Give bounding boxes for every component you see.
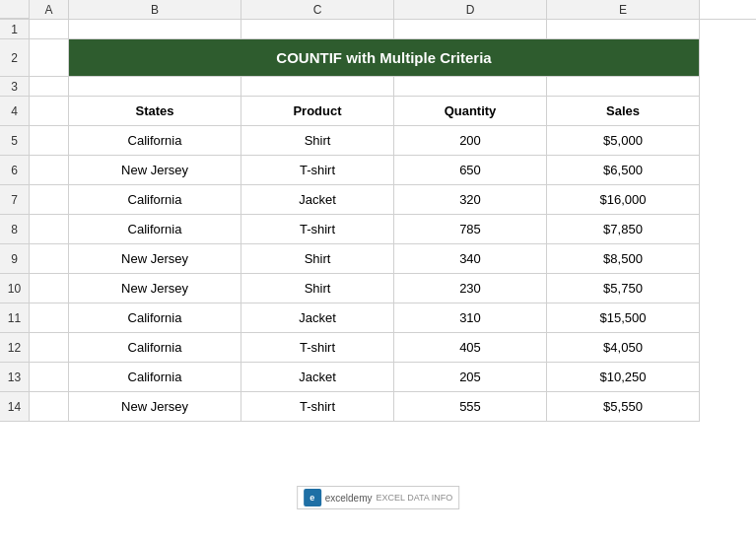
- cell-product-8[interactable]: T-shirt: [241, 215, 394, 244]
- cell-states-9[interactable]: New Jersey: [69, 244, 241, 274]
- col-header-a[interactable]: A: [30, 0, 69, 19]
- cell-sales-14[interactable]: $5,550: [547, 392, 700, 422]
- cell-sales-3[interactable]: [547, 77, 700, 97]
- cell-quantity-10[interactable]: 230: [394, 274, 547, 303]
- corner-cell: [0, 0, 30, 19]
- row-number-1: 1: [0, 20, 30, 39]
- cell-a-9[interactable]: [30, 244, 69, 274]
- table-row: [30, 77, 756, 97]
- row-numbers: 1234567891011121314: [0, 20, 30, 539]
- cell-a-5[interactable]: [30, 126, 69, 156]
- cell-quantity-8[interactable]: 785: [394, 215, 547, 244]
- header-states[interactable]: States: [69, 97, 241, 126]
- cell-a-3[interactable]: [30, 77, 69, 97]
- watermark-text: exceldemy: [325, 493, 373, 504]
- cell-states-1[interactable]: [69, 20, 241, 39]
- cell-a-7[interactable]: [30, 185, 69, 215]
- table-row: New JerseyShirt340$8,500: [30, 244, 756, 274]
- header-product[interactable]: Product: [241, 97, 394, 126]
- col-header-b[interactable]: B: [69, 0, 241, 19]
- cell-states-13[interactable]: California: [69, 363, 241, 392]
- watermark: e exceldemy EXCEL DATA INFO: [297, 486, 460, 509]
- cell-a-1[interactable]: [30, 20, 69, 39]
- row-number-11: 11: [0, 303, 30, 333]
- cell-sales-13[interactable]: $10,250: [547, 363, 700, 392]
- row-number-9: 9: [0, 244, 30, 274]
- cell-a-10[interactable]: [30, 274, 69, 303]
- cell-product-10[interactable]: Shirt: [241, 274, 394, 303]
- cell-a-6[interactable]: [30, 156, 69, 185]
- cell-sales-11[interactable]: $15,500: [547, 303, 700, 333]
- cell-quantity-1[interactable]: [394, 20, 547, 39]
- cell-states-8[interactable]: California: [69, 215, 241, 244]
- cell-sales-8[interactable]: $7,850: [547, 215, 700, 244]
- cell-sales-10[interactable]: $5,750: [547, 274, 700, 303]
- cell-states-12[interactable]: California: [69, 333, 241, 363]
- cell-states-6[interactable]: New Jersey: [69, 156, 241, 185]
- row-number-7: 7: [0, 185, 30, 215]
- cell-a-4[interactable]: [30, 97, 69, 126]
- col-header-e[interactable]: E: [547, 0, 700, 19]
- cell-quantity-13[interactable]: 205: [394, 363, 547, 392]
- grid: 1234567891011121314 COUNTIF with Multipl…: [0, 20, 756, 539]
- cell-product-3[interactable]: [241, 77, 394, 97]
- header-quantity[interactable]: Quantity: [394, 97, 547, 126]
- table-row: New JerseyT-shirt555$5,550: [30, 392, 756, 422]
- title-cell: COUNTIF with Multiple Criteria: [69, 39, 700, 77]
- table-row: CaliforniaJacket310$15,500: [30, 303, 756, 333]
- cell-quantity-12[interactable]: 405: [394, 333, 547, 363]
- cell-product-9[interactable]: Shirt: [241, 244, 394, 274]
- table-row: CaliforniaJacket205$10,250: [30, 363, 756, 392]
- row-number-8: 8: [0, 215, 30, 244]
- cell-states-7[interactable]: California: [69, 185, 241, 215]
- cell-product-1[interactable]: [241, 20, 394, 39]
- cell-product-14[interactable]: T-shirt: [241, 392, 394, 422]
- cell-quantity-11[interactable]: 310: [394, 303, 547, 333]
- cell-states-14[interactable]: New Jersey: [69, 392, 241, 422]
- cell-quantity-3[interactable]: [394, 77, 547, 97]
- table-row: [30, 20, 756, 39]
- cell-a-2[interactable]: [30, 39, 69, 77]
- col-header-d[interactable]: D: [394, 0, 547, 19]
- watermark-logo: e: [304, 489, 321, 506]
- table-row: CaliforniaT-shirt405$4,050: [30, 333, 756, 363]
- column-headers: A B C D E: [0, 0, 756, 20]
- col-header-c[interactable]: C: [241, 0, 394, 19]
- cell-states-11[interactable]: California: [69, 303, 241, 333]
- spreadsheet: A B C D E 1234567891011121314 COUNTIF wi…: [0, 0, 756, 539]
- row-number-10: 10: [0, 274, 30, 303]
- cell-a-14[interactable]: [30, 392, 69, 422]
- cell-quantity-5[interactable]: 200: [394, 126, 547, 156]
- cell-a-11[interactable]: [30, 303, 69, 333]
- row-number-13: 13: [0, 363, 30, 392]
- cell-sales-7[interactable]: $16,000: [547, 185, 700, 215]
- cell-quantity-9[interactable]: 340: [394, 244, 547, 274]
- cell-states-10[interactable]: New Jersey: [69, 274, 241, 303]
- cell-product-6[interactable]: T-shirt: [241, 156, 394, 185]
- cell-product-11[interactable]: Jacket: [241, 303, 394, 333]
- cell-sales-6[interactable]: $6,500: [547, 156, 700, 185]
- cell-sales-9[interactable]: $8,500: [547, 244, 700, 274]
- cell-quantity-7[interactable]: 320: [394, 185, 547, 215]
- cell-product-12[interactable]: T-shirt: [241, 333, 394, 363]
- cell-a-8[interactable]: [30, 215, 69, 244]
- cell-sales-12[interactable]: $4,050: [547, 333, 700, 363]
- cell-states-5[interactable]: California: [69, 126, 241, 156]
- header-sales[interactable]: Sales: [547, 97, 700, 126]
- cell-quantity-6[interactable]: 650: [394, 156, 547, 185]
- cell-product-13[interactable]: Jacket: [241, 363, 394, 392]
- table-row: CaliforniaJacket320$16,000: [30, 185, 756, 215]
- watermark-subtext: EXCEL DATA INFO: [376, 493, 452, 503]
- cell-product-5[interactable]: Shirt: [241, 126, 394, 156]
- table-row: CaliforniaT-shirt785$7,850: [30, 215, 756, 244]
- cell-sales-5[interactable]: $5,000: [547, 126, 700, 156]
- cell-product-7[interactable]: Jacket: [241, 185, 394, 215]
- data-area: COUNTIF with Multiple CriteriaStatesProd…: [30, 20, 756, 539]
- row-number-2: 2: [0, 39, 30, 77]
- cell-states-3[interactable]: [69, 77, 241, 97]
- row-number-5: 5: [0, 126, 30, 156]
- cell-a-13[interactable]: [30, 363, 69, 392]
- cell-quantity-14[interactable]: 555: [394, 392, 547, 422]
- cell-sales-1[interactable]: [547, 20, 700, 39]
- cell-a-12[interactable]: [30, 333, 69, 363]
